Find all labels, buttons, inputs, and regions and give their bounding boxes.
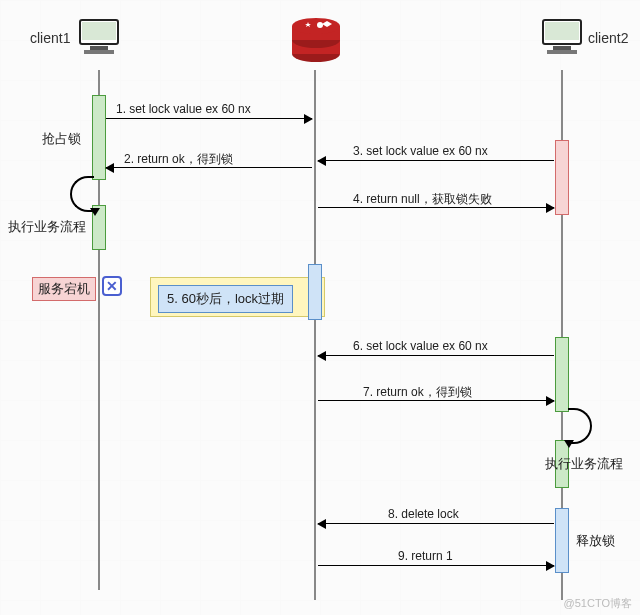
msg-3-text: 3. set lock value ex 60 nx bbox=[353, 144, 488, 158]
lifeline-redis bbox=[314, 70, 316, 600]
svg-rect-3 bbox=[84, 50, 114, 54]
activation-client2-fail bbox=[555, 140, 569, 215]
msg-7: 7. return ok，得到锁 bbox=[318, 400, 554, 401]
svg-rect-2 bbox=[90, 46, 108, 50]
msg-1-text: 1. set lock value ex 60 nx bbox=[116, 102, 251, 116]
activation-client1-grab bbox=[92, 95, 106, 180]
activation-client2-grab bbox=[555, 337, 569, 412]
msg-7-text: 7. return ok，得到锁 bbox=[363, 384, 472, 401]
svg-rect-15 bbox=[547, 50, 577, 54]
svg-rect-13 bbox=[545, 22, 579, 40]
msg-4-text: 4. return null，获取锁失败 bbox=[353, 191, 492, 208]
label-server-down: 服务宕机 bbox=[32, 277, 96, 301]
activation-redis bbox=[308, 264, 322, 320]
computer-icon bbox=[541, 18, 583, 58]
msg-3: 3. set lock value ex 60 nx bbox=[318, 160, 554, 161]
label-exec-flow-left: 执行业务流程 bbox=[8, 218, 86, 236]
msg-1: 1. set lock value ex 60 nx bbox=[106, 118, 312, 119]
self-call-client2 bbox=[568, 408, 592, 444]
label-release-lock: 释放锁 bbox=[576, 532, 615, 550]
msg-8: 8. delete lock bbox=[318, 523, 554, 524]
note-lock-expire: 5. 60秒后，lock过期 bbox=[158, 285, 293, 313]
msg-6: 6. set lock value ex 60 nx bbox=[318, 355, 554, 356]
msg-8-text: 8. delete lock bbox=[388, 507, 459, 521]
watermark: @51CTO博客 bbox=[564, 596, 632, 611]
svg-point-8 bbox=[292, 18, 340, 34]
svg-rect-14 bbox=[553, 46, 571, 50]
redis-icon bbox=[290, 12, 342, 67]
client2-label: client2 bbox=[588, 30, 628, 46]
self-call-client1 bbox=[70, 176, 94, 212]
label-exec-flow-right: 执行业务流程 bbox=[545, 455, 623, 473]
label-grab-lock: 抢占锁 bbox=[42, 130, 81, 148]
computer-icon bbox=[78, 18, 120, 58]
crash-icon: ✕ bbox=[102, 276, 122, 296]
sequence-diagram: client1 client2 抢占锁 执行业务流程 服务宕机 ✕ 5. bbox=[0, 0, 640, 615]
svg-point-10 bbox=[317, 22, 323, 28]
msg-2-text: 2. return ok，得到锁 bbox=[124, 151, 233, 168]
svg-rect-1 bbox=[82, 22, 116, 40]
msg-4: 4. return null，获取锁失败 bbox=[318, 207, 554, 208]
msg-6-text: 6. set lock value ex 60 nx bbox=[353, 339, 488, 353]
client1-label: client1 bbox=[30, 30, 70, 46]
activation-client2-release bbox=[555, 508, 569, 573]
msg-9-text: 9. return 1 bbox=[398, 549, 453, 563]
msg-2: 2. return ok，得到锁 bbox=[106, 167, 312, 168]
msg-9: 9. return 1 bbox=[318, 565, 554, 566]
